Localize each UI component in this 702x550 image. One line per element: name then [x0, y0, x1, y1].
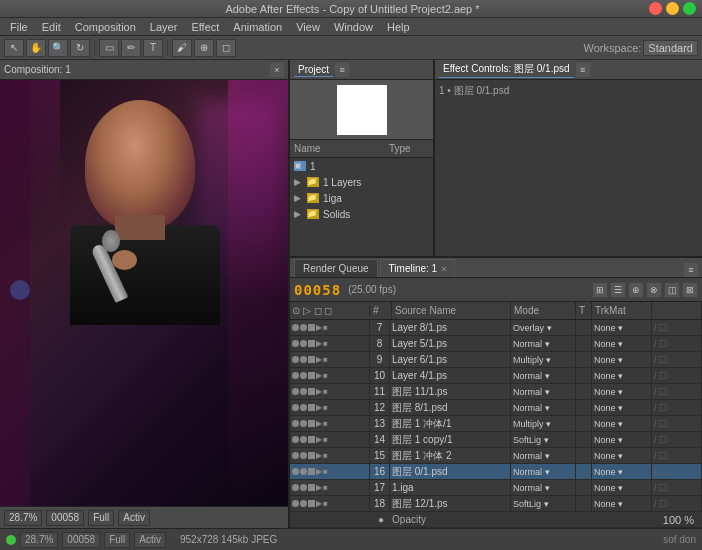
project-item-2[interactable]: ▶ 📁 1 Layers — [290, 174, 433, 190]
layer-row-7[interactable]: ▶ ■ 14 图层 1 copy/1 SoftLig ▾ None ▾ / ☐ — [290, 432, 702, 448]
tl-btn-2[interactable]: ☰ — [610, 282, 626, 298]
layer-expand-7[interactable]: ▶ — [316, 435, 322, 444]
menu-help[interactable]: Help — [381, 20, 416, 34]
layer-row-1[interactable]: ▶ ■ 8 Layer 5/1.ps Normal ▾ None ▾ / ☐ — [290, 336, 702, 352]
layer-row-4[interactable]: ▶ ■ 11 图层 11/1.ps Normal ▾ None ▾ / ☐ — [290, 384, 702, 400]
menu-composition[interactable]: Composition — [69, 20, 142, 34]
resolution-control[interactable]: Full — [88, 510, 114, 526]
layer-trkmat-7[interactable]: None ▾ — [592, 432, 652, 447]
layer-solo-4[interactable] — [300, 388, 307, 395]
layer-eye-4[interactable] — [292, 388, 299, 395]
layer-trkmat-6[interactable]: None ▾ — [592, 416, 652, 431]
layer-expand-4[interactable]: ▶ — [316, 387, 322, 396]
layer-eye-11[interactable] — [292, 500, 299, 507]
tool-rect[interactable]: ▭ — [99, 39, 119, 57]
layer-color-1[interactable]: ■ — [323, 339, 328, 348]
layer-expand-6[interactable]: ▶ — [316, 419, 322, 428]
layer-eye-3[interactable] — [292, 372, 299, 379]
tool-rotate[interactable]: ↻ — [70, 39, 90, 57]
layer-mode-1[interactable]: Normal ▾ — [511, 336, 576, 351]
layer-eye-5[interactable] — [292, 404, 299, 411]
timeline-timecode[interactable]: 00058 — [294, 282, 341, 298]
layer-lock-6[interactable] — [308, 420, 315, 427]
layer-lock-11[interactable] — [308, 500, 315, 507]
layer-expand-5[interactable]: ▶ — [316, 403, 322, 412]
menu-view[interactable]: View — [290, 20, 326, 34]
layer-trkmat-1[interactable]: None ▾ — [592, 336, 652, 351]
layer-solo-2[interactable] — [300, 356, 307, 363]
close-button[interactable] — [649, 2, 662, 15]
tl-btn-5[interactable]: ◫ — [664, 282, 680, 298]
project-item-4[interactable]: ▶ 📁 Solids — [290, 206, 433, 222]
maximize-button[interactable] — [683, 2, 696, 15]
layer-lock-10[interactable] — [308, 484, 315, 491]
render-queue-tab[interactable]: Render Queue — [294, 259, 378, 277]
layer-eye-2[interactable] — [292, 356, 299, 363]
layer-mode-11[interactable]: SoftLig ▾ — [511, 496, 576, 511]
status-zoom[interactable]: 28.7% — [20, 532, 58, 548]
layer-solo-8[interactable] — [300, 452, 307, 459]
layer-trkmat-2[interactable]: None ▾ — [592, 352, 652, 367]
layer-mode-9[interactable]: Normal ▾ — [511, 464, 576, 479]
layer-mode-2[interactable]: Multiply ▾ — [511, 352, 576, 367]
layer-row-3[interactable]: ▶ ■ 10 Layer 4/1.ps Normal ▾ None ▾ / ☐ — [290, 368, 702, 384]
layer-trkmat-9[interactable]: None ▾ — [592, 464, 652, 479]
layer-mode-8[interactable]: Normal ▾ — [511, 448, 576, 463]
layer-lock-0[interactable] — [308, 324, 315, 331]
layer-eye-1[interactable] — [292, 340, 299, 347]
layer-lock-4[interactable] — [308, 388, 315, 395]
layer-lock-7[interactable] — [308, 436, 315, 443]
layer-trkmat-5[interactable]: None ▾ — [592, 400, 652, 415]
layer-mode-10[interactable]: Normal ▾ — [511, 480, 576, 495]
layer-solo-3[interactable] — [300, 372, 307, 379]
tool-select[interactable]: ↖ — [4, 39, 24, 57]
effect-panel-menu[interactable]: ≡ — [576, 63, 590, 77]
layer-row-11[interactable]: ▶ ■ 18 图层 12/1.ps SoftLig ▾ None ▾ / ☐ — [290, 496, 702, 512]
layer-color-10[interactable]: ■ — [323, 483, 328, 492]
tl-btn-3[interactable]: ⊕ — [628, 282, 644, 298]
layer-eye-6[interactable] — [292, 420, 299, 427]
layer-eye-10[interactable] — [292, 484, 299, 491]
layer-eye-8[interactable] — [292, 452, 299, 459]
layer-row-6[interactable]: ▶ ■ 13 图层 1 冲体/1 Multiply ▾ None ▾ / ☐ — [290, 416, 702, 432]
tl-btn-6[interactable]: ⊠ — [682, 282, 698, 298]
layer-color-2[interactable]: ■ — [323, 355, 328, 364]
tool-eraser[interactable]: ◻ — [216, 39, 236, 57]
layer-expand-0[interactable]: ▶ — [316, 323, 322, 332]
layer-lock-5[interactable] — [308, 404, 315, 411]
layer-color-4[interactable]: ■ — [323, 387, 328, 396]
layer-mode-3[interactable]: Normal ▾ — [511, 368, 576, 383]
status-timecode[interactable]: 00058 — [62, 532, 100, 548]
layer-color-5[interactable]: ■ — [323, 403, 328, 412]
layer-solo-0[interactable] — [300, 324, 307, 331]
tool-pen[interactable]: ✏ — [121, 39, 141, 57]
layer-eye-7[interactable] — [292, 436, 299, 443]
effect-tab[interactable]: Effect Controls: 图层 0/1.psd — [439, 61, 574, 78]
menu-window[interactable]: Window — [328, 20, 379, 34]
layer-trkmat-4[interactable]: None ▾ — [592, 384, 652, 399]
layer-row-2[interactable]: ▶ ■ 9 Layer 6/1.ps Multiply ▾ None ▾ / ☐ — [290, 352, 702, 368]
layer-row-8[interactable]: ▶ ■ 15 图层 1 冲体 2 Normal ▾ None ▾ / ☐ — [290, 448, 702, 464]
layer-lock-9[interactable] — [308, 468, 315, 475]
tool-hand[interactable]: ✋ — [26, 39, 46, 57]
layer-lock-1[interactable] — [308, 340, 315, 347]
layer-color-3[interactable]: ■ — [323, 371, 328, 380]
project-panel-menu[interactable]: ≡ — [335, 63, 349, 77]
tl-btn-4[interactable]: ⊗ — [646, 282, 662, 298]
layer-color-6[interactable]: ■ — [323, 419, 328, 428]
project-tab[interactable]: Project — [294, 63, 333, 77]
layer-trkmat-8[interactable]: None ▾ — [592, 448, 652, 463]
layer-eye-0[interactable] — [292, 324, 299, 331]
layer-mode-6[interactable]: Multiply ▾ — [511, 416, 576, 431]
project-item-1[interactable]: ▣ 1 — [290, 158, 433, 174]
layer-expand-8[interactable]: ▶ — [316, 451, 322, 460]
layer-mode-5[interactable]: Normal ▾ — [511, 400, 576, 415]
layer-expand-11[interactable]: ▶ — [316, 499, 322, 508]
opacity-value[interactable]: 100 % — [663, 514, 694, 526]
menu-layer[interactable]: Layer — [144, 20, 184, 34]
layer-expand-9[interactable]: ▶ — [316, 467, 322, 476]
layer-expand-1[interactable]: ▶ — [316, 339, 322, 348]
layer-solo-10[interactable] — [300, 484, 307, 491]
menu-animation[interactable]: Animation — [227, 20, 288, 34]
layer-mode-7[interactable]: SoftLig ▾ — [511, 432, 576, 447]
